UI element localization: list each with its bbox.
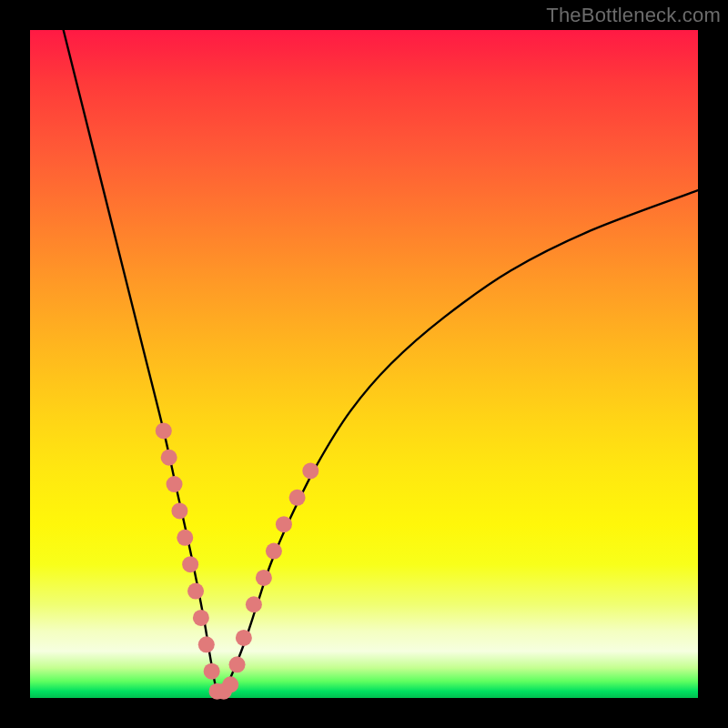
- sample-marker: [289, 490, 306, 506]
- sample-marker: [182, 556, 198, 572]
- sample-marker: [256, 570, 272, 586]
- watermark-text: TheBottleneck.com: [546, 4, 721, 27]
- sample-marker: [167, 476, 183, 492]
- sample-marker: [198, 636, 215, 652]
- bottleneck-curve: [64, 30, 698, 694]
- sample-marker: [193, 610, 209, 626]
- sample-marker: [177, 530, 193, 546]
- sample-marker: [171, 502, 187, 519]
- chart-svg: [30, 30, 698, 698]
- sample-marker: [204, 663, 220, 680]
- sample-marker: [236, 630, 252, 646]
- marker-group: [156, 422, 318, 699]
- sample-marker: [276, 516, 292, 532]
- sample-marker: [229, 656, 246, 672]
- sample-marker: [187, 583, 204, 600]
- chart-frame: TheBottleneck.com: [0, 0, 728, 728]
- sample-marker: [302, 462, 318, 479]
- sample-marker: [156, 422, 172, 439]
- sample-marker: [161, 450, 177, 466]
- sample-marker: [246, 596, 262, 612]
- sample-marker: [266, 543, 282, 560]
- sample-marker: [222, 676, 238, 693]
